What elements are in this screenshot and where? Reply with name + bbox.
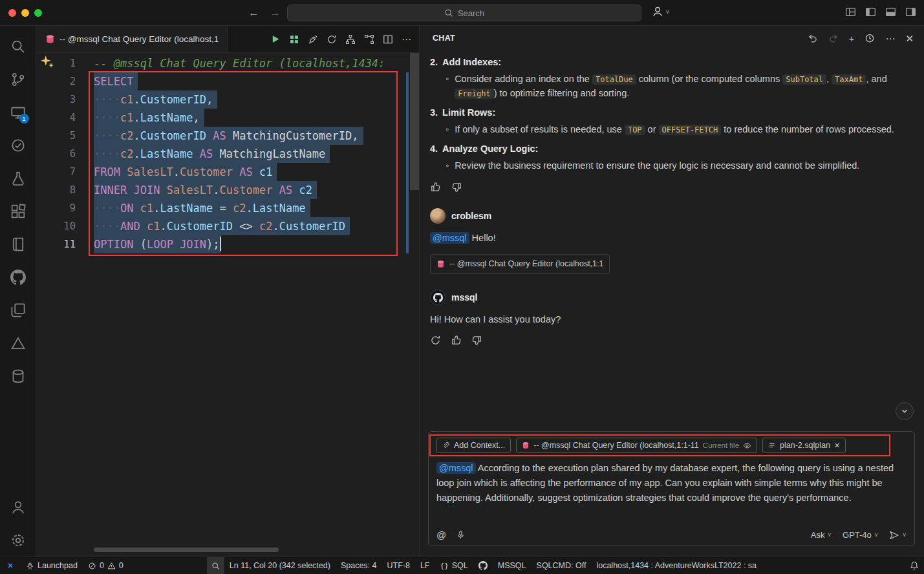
toggle-secondary-sidebar-icon[interactable] <box>905 6 916 17</box>
code-token <box>292 184 299 197</box>
chat-response-list: 2.Add Indexes:◦Consider adding an index … <box>430 56 914 173</box>
results-grid-icon[interactable] <box>289 34 299 45</box>
remote-indicator[interactable] <box>0 557 21 574</box>
code-line[interactable]: ····AND c1.CustomerID <> c2.CustomerID <box>94 217 410 235</box>
thumbs-down-icon[interactable] <box>471 335 482 346</box>
microphone-icon[interactable] <box>456 530 466 540</box>
line-number: 6 <box>36 145 94 163</box>
notebook-icon[interactable] <box>3 228 34 260</box>
code-token <box>133 202 140 215</box>
model-selector[interactable]: GPT-4o ∨ <box>843 530 878 540</box>
azure-pipelines-icon[interactable] <box>3 326 34 359</box>
code-line[interactable]: -- @mssql Chat Query Editor (localhost,1… <box>94 54 410 72</box>
vertical-scrollbar[interactable] <box>410 53 419 190</box>
more-actions-icon[interactable]: ⋯ <box>402 34 411 44</box>
code-line[interactable]: ····c2.LastName AS MatchingLastName <box>94 145 410 163</box>
code-token: LastName <box>160 202 213 215</box>
horizontal-scrollbar[interactable] <box>94 547 279 552</box>
code-line[interactable]: ····c1.LastName, <box>94 109 410 127</box>
toggle-sidebar-icon[interactable] <box>865 6 876 17</box>
line-number: 10 <box>36 217 94 235</box>
eye-icon[interactable] <box>743 441 751 450</box>
code-line[interactable]: ····c1.CustomerID, <box>94 90 410 109</box>
code-line[interactable]: ····ON c1.LastName = c2.LastName <box>94 199 410 217</box>
line-number: 2 <box>36 72 94 90</box>
new-chat-icon[interactable]: + <box>849 34 855 43</box>
chat-more-icon[interactable]: ⋯ <box>885 34 895 43</box>
editor-tab[interactable]: -- @mssql Chat Query Editor (localhost,1 <box>36 26 228 52</box>
code-token: LastName <box>140 111 193 124</box>
mssql-status[interactable]: MSSQL <box>493 557 532 574</box>
indentation-indicator[interactable]: Spaces: 4 <box>336 557 382 574</box>
estimated-plan-icon[interactable] <box>327 34 337 45</box>
toggle-panel-icon[interactable] <box>885 6 896 17</box>
close-chat-icon[interactable]: ✕ <box>905 34 914 43</box>
tab-bar: -- @mssql Chat Query Editor (localhost,1… <box>36 26 419 53</box>
chat-input-editor[interactable]: @mssql According to the execution plan s… <box>436 461 907 505</box>
mention-chip[interactable]: @mssql <box>430 232 469 244</box>
thumbs-down-icon[interactable] <box>451 182 462 193</box>
code-line[interactable]: SELECT <box>94 72 410 90</box>
close-window-button[interactable] <box>8 9 16 17</box>
mention-button[interactable]: @ <box>436 529 446 540</box>
encoding-indicator[interactable]: UTF-8 <box>382 557 415 574</box>
editor[interactable]: 1234567891011 -- @mssql Chat Query Edito… <box>36 53 419 557</box>
add-context-button[interactable]: Add Context... <box>436 438 511 453</box>
copies-view-icon[interactable] <box>3 293 34 326</box>
schema-designer-icon[interactable] <box>345 34 356 45</box>
forward-button[interactable]: → <box>270 6 281 19</box>
github-view-icon[interactable] <box>3 260 34 293</box>
file-reference-chip[interactable]: -- @mssql Chat Query Editor (localhost,1… <box>430 254 610 274</box>
chat-history-icon[interactable] <box>865 33 875 43</box>
problems-indicator[interactable]: 0 0 <box>83 557 129 574</box>
remove-context-icon[interactable]: ✕ <box>834 441 840 450</box>
plan-file-context-chip[interactable]: plan-2.sqlplan ✕ <box>762 438 846 453</box>
send-button[interactable]: ∨ <box>889 530 907 540</box>
scroll-to-bottom-button[interactable] <box>896 402 914 420</box>
thumbs-up-icon[interactable] <box>430 182 441 193</box>
code-line[interactable]: FROM SalesLT.Customer AS c1 <box>94 163 410 181</box>
vscode-window: ← → Search ∨ 1 <box>0 0 924 574</box>
code-line[interactable]: INNER JOIN SalesLT.Customer AS c2 <box>94 181 410 199</box>
copilot-status[interactable] <box>473 557 493 574</box>
back-button[interactable]: ← <box>248 6 259 19</box>
current-file-context-chip[interactable]: -- @mssql Chat Query Editor (localhost,1… <box>516 438 757 453</box>
connection-status[interactable]: localhost,1434 : AdventureWorksLT2022 : … <box>591 557 762 574</box>
account-menu[interactable]: ∨ <box>652 6 670 17</box>
sqlcmd-status[interactable]: SQLCMD: Off <box>532 557 592 574</box>
settings-gear-icon[interactable] <box>3 524 34 557</box>
thumbs-up-icon[interactable] <box>451 335 462 346</box>
split-editor-icon[interactable] <box>383 34 393 45</box>
run-query-button[interactable] <box>270 34 281 45</box>
extensions-icon[interactable] <box>3 195 34 228</box>
code-area[interactable]: -- @mssql Chat Query Editor (localhost,1… <box>94 54 410 557</box>
search-view-icon[interactable] <box>3 30 34 63</box>
azure-check-icon[interactable] <box>3 129 34 162</box>
regenerate-icon[interactable] <box>430 335 441 346</box>
code-token: LastName <box>253 202 306 215</box>
cursor-position[interactable]: Ln 11, Col 20 (342 selected) <box>224 557 336 574</box>
database-view-icon[interactable] <box>3 359 34 392</box>
zoom-indicator[interactable] <box>207 557 224 574</box>
customize-layout-icon[interactable] <box>845 6 856 17</box>
code-line[interactable]: OPTION (LOOP JOIN); <box>94 235 410 253</box>
mode-selector[interactable]: Ask ∨ <box>811 530 832 540</box>
minimize-window-button[interactable] <box>21 9 29 17</box>
redo-icon[interactable] <box>828 33 839 43</box>
undo-icon[interactable] <box>808 33 818 43</box>
disconnect-plug-icon[interactable] <box>308 34 318 45</box>
eol-indicator[interactable]: LF <box>415 557 435 574</box>
maximize-window-button[interactable] <box>34 9 42 17</box>
source-control-icon[interactable] <box>3 63 34 96</box>
language-indicator[interactable]: {} SQL <box>435 557 473 574</box>
chat-input-box[interactable]: Add Context... -- @mssql Chat Query Edit… <box>428 431 915 546</box>
mention-chip[interactable]: @mssql <box>436 462 476 474</box>
code-line[interactable]: ····c2.CustomerID AS MatchingCustomerID, <box>94 127 410 145</box>
search-bar[interactable]: Search <box>287 5 641 21</box>
launchpad-button[interactable]: Launchpad <box>21 557 83 574</box>
notifications-bell-icon[interactable] <box>905 557 924 574</box>
query-plan-icon[interactable] <box>364 34 374 45</box>
test-beaker-icon[interactable] <box>3 162 34 195</box>
remote-explorer-icon[interactable]: 1 <box>3 96 34 129</box>
accounts-icon[interactable] <box>3 491 34 524</box>
